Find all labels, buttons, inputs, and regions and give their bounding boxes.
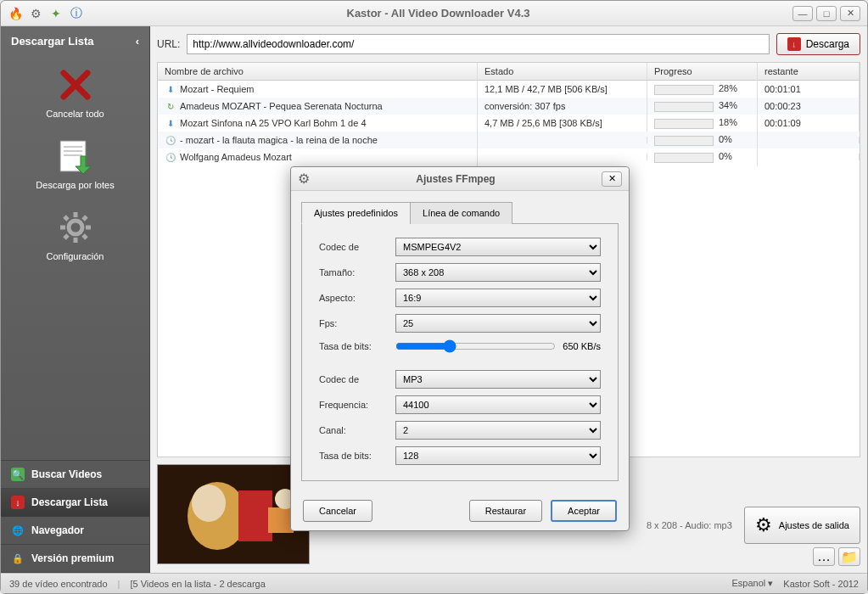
- progress-bar: [654, 119, 714, 129]
- svg-point-4: [69, 221, 82, 234]
- dialog-gear-icon: ⚙: [298, 171, 310, 187]
- header-progress[interactable]: Progreso: [647, 63, 758, 80]
- slider-video-bitrate[interactable]: [395, 339, 556, 353]
- close-button[interactable]: ✕: [840, 6, 860, 21]
- row-status-icon: 🕓: [165, 134, 176, 146]
- sidebar: Descargar Lista ‹ Cancelar todo Descarga…: [1, 26, 150, 573]
- statusbar: 39 de vídeo encontrado | [5 Videos en la…: [1, 573, 867, 593]
- svg-line-12: [83, 216, 87, 220]
- settings-gear-icon: [55, 207, 96, 248]
- svg-line-9: [64, 216, 68, 220]
- select-frequency[interactable]: 44100: [395, 395, 601, 414]
- row-status-icon: ↻: [165, 100, 176, 112]
- search-icon: 🔍: [11, 468, 25, 481]
- maximize-button[interactable]: □: [816, 6, 837, 21]
- status-language[interactable]: Espanol ▾: [732, 578, 774, 589]
- sidebar-item-batch-download[interactable]: Descarga por lotes: [1, 127, 149, 199]
- sidebar-nav-browser[interactable]: 🌐 Navegador: [1, 517, 149, 545]
- flame-icon[interactable]: 🔥: [8, 6, 23, 21]
- sidebar-nav-premium[interactable]: 🔒 Versión premium: [1, 545, 149, 573]
- tab-presets[interactable]: Ajustes predefinidos: [301, 202, 411, 224]
- select-size[interactable]: 368 x 208: [395, 263, 601, 282]
- row-status-icon: 🕓: [165, 151, 176, 163]
- plugin-icon[interactable]: ✦: [48, 6, 64, 21]
- sidebar-header: Descargar Lista ‹: [1, 26, 149, 56]
- gear-icon[interactable]: ⚙: [28, 6, 43, 21]
- ffmpeg-settings-dialog: ⚙ Ajustes FFmpeg ✕ Ajustes predefinidos …: [290, 166, 630, 531]
- label-size: Tamaño:: [319, 267, 395, 277]
- select-aspect[interactable]: 16:9: [395, 289, 601, 307]
- label-channel: Canal:: [319, 425, 395, 435]
- svg-rect-17: [238, 490, 272, 541]
- label-frequency: Frequencia:: [319, 400, 395, 410]
- titlebar: 🔥 ⚙ ✦ ⓘ Kastor - All Video Downloader V4…: [1, 1, 867, 26]
- tab-cmdline[interactable]: Línea de comando: [410, 202, 512, 224]
- minimize-button[interactable]: —: [792, 6, 813, 21]
- batch-download-icon: [55, 136, 96, 177]
- select-audio-bitrate[interactable]: 128: [395, 446, 601, 465]
- sidebar-nav-search-videos[interactable]: 🔍 Buscar Videos: [1, 461, 149, 489]
- select-fps[interactable]: 25: [395, 314, 601, 333]
- svg-line-10: [83, 235, 87, 238]
- dialog-title: Ajustes FFmpeg: [310, 173, 602, 185]
- select-channel[interactable]: 2: [395, 421, 601, 440]
- folder-button[interactable]: 📁: [838, 547, 860, 566]
- info-icon[interactable]: ⓘ: [69, 6, 84, 21]
- row-status-icon: ⬇: [165, 117, 176, 129]
- status-credit: Kastor Soft - 2012: [783, 579, 859, 589]
- download-icon: ↓: [11, 496, 25, 509]
- svg-line-11: [64, 235, 68, 238]
- table-row[interactable]: ⬇Mozart - Requiem12,1 MB / 42,7 MB [506 …: [158, 81, 860, 98]
- sidebar-item-settings[interactable]: Configuración: [1, 199, 149, 270]
- select-video-codec[interactable]: MSMPEG4V2: [395, 238, 601, 256]
- progress-bar: [654, 136, 714, 146]
- collapse-icon[interactable]: ‹: [136, 35, 139, 48]
- row-status-icon: ⬇: [165, 83, 176, 95]
- svg-rect-3: [64, 154, 82, 156]
- video-thumbnail[interactable]: [157, 464, 310, 564]
- label-video-bitrate: Tasa de bits:: [319, 341, 395, 351]
- url-label: URL:: [157, 38, 180, 50]
- table-row[interactable]: 🕓Wolfgang Amadeus Mozart0%: [158, 148, 860, 165]
- output-info: 8 x 208 - Audio: mp3: [641, 515, 737, 535]
- sidebar-item-cancel-all[interactable]: Cancelar todo: [1, 56, 149, 127]
- gear-icon: ⚙: [755, 514, 772, 536]
- status-queue: [5 Videos en la lista - 2 descarga: [130, 579, 265, 589]
- table-row[interactable]: ⬇Mozart Sinfona nA 25 VPO Karl Bohm 1 de…: [158, 115, 860, 132]
- download-arrow-icon: ↓: [787, 37, 801, 51]
- table-row[interactable]: ↻Amadeus MOZART - Pequea Serenata Noctur…: [158, 98, 860, 115]
- header-filename[interactable]: Nombre de archivo: [158, 63, 478, 80]
- header-status[interactable]: Estado: [478, 63, 647, 80]
- progress-bar: [654, 102, 714, 112]
- svg-point-16: [192, 485, 226, 522]
- label-audio-codec: Codec de: [319, 374, 395, 384]
- cancel-icon: [55, 64, 96, 105]
- label-fps: Fps:: [319, 318, 395, 328]
- label-audio-bitrate: Tasa de bits:: [319, 451, 395, 461]
- sidebar-nav-download-list[interactable]: ↓ Descargar Lista: [1, 489, 149, 517]
- globe-icon: 🌐: [11, 524, 25, 537]
- window-title: Kastor - All Video Downloader V4.3: [84, 7, 792, 20]
- svg-rect-1: [64, 146, 82, 148]
- url-bar: URL: ↓ Descarga: [150, 26, 867, 62]
- lock-icon: 🔒: [11, 552, 25, 565]
- header-remaining[interactable]: restante: [758, 63, 860, 80]
- progress-bar: [654, 85, 714, 95]
- output-settings-button[interactable]: ⚙ Ajustes de salida: [744, 507, 860, 544]
- video-bitrate-value: 650 KB/s: [563, 341, 601, 351]
- restore-button[interactable]: Restaurar: [469, 500, 542, 522]
- label-video-codec: Codec de: [319, 242, 395, 252]
- table-row[interactable]: 🕓- mozart - la flauta magica - la reina …: [158, 132, 860, 148]
- download-button[interactable]: ↓ Descarga: [776, 33, 860, 55]
- label-aspect: Aspecto:: [319, 293, 395, 303]
- status-found: 39 de vídeo encontrado: [9, 579, 108, 589]
- dialog-close-button[interactable]: ✕: [602, 171, 622, 187]
- svg-rect-2: [64, 150, 82, 152]
- dialog-titlebar[interactable]: ⚙ Ajustes FFmpeg ✕: [291, 167, 629, 191]
- accept-button[interactable]: Aceptar: [551, 500, 617, 522]
- more-button[interactable]: …: [813, 547, 835, 566]
- url-input[interactable]: [187, 34, 769, 54]
- cancel-button[interactable]: Cancelar: [303, 500, 372, 522]
- progress-bar: [654, 153, 714, 163]
- select-audio-codec[interactable]: MP3: [395, 370, 601, 389]
